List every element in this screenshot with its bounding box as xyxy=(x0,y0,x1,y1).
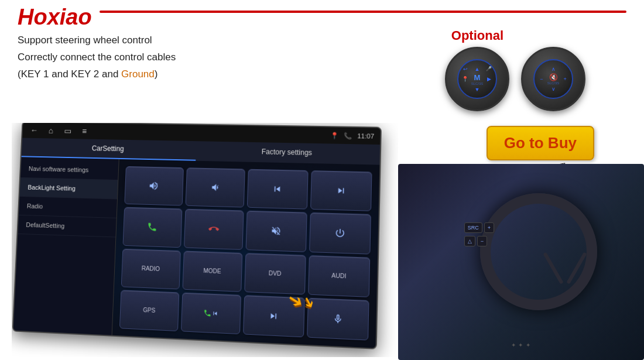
power-icon xyxy=(334,228,345,239)
sw-src-btn: SRC xyxy=(464,222,482,233)
sw-minus-btn: − xyxy=(477,236,487,246)
brand-logo: Hoxiao xyxy=(18,5,92,30)
location-icon: 📍 xyxy=(331,132,340,139)
optional-label: Optional xyxy=(451,28,503,43)
power-button[interactable] xyxy=(309,212,371,254)
ctrl2-minus: − xyxy=(540,76,543,82)
vol-up-button[interactable]: + xyxy=(124,166,183,206)
mute-button[interactable] xyxy=(246,211,307,252)
next-icon xyxy=(335,186,347,197)
sw-left-row2: △ − xyxy=(464,236,494,246)
right-panel: + - xyxy=(112,159,380,348)
next-track-icon xyxy=(268,310,279,321)
prev-button[interactable] xyxy=(247,169,308,210)
android-home-btn[interactable]: ⌂ xyxy=(44,124,57,137)
phone-icon: 📞 xyxy=(344,132,352,139)
ctrl-right-icon: ▶ xyxy=(487,76,491,82)
prev-icon xyxy=(272,184,283,195)
desc-line-2: Correctly connect the control cables xyxy=(18,49,176,66)
prev-call-skip-icon xyxy=(211,310,219,317)
hangup-button[interactable] xyxy=(184,209,244,250)
svg-text:+: + xyxy=(156,181,158,185)
sw-left-row1: SRC + xyxy=(464,222,494,233)
desc-line-3: (KEY 1 and KEY 2 and Ground) xyxy=(18,66,176,83)
controller-left: ↩ ▲ 🎤 📍 M SLC/3S ▶ ▼ xyxy=(445,47,509,111)
yellow-arrow-group: ➔ ➔ xyxy=(288,290,316,312)
mode-button[interactable]: MODE xyxy=(182,251,242,292)
android-back-btn[interactable]: ← xyxy=(28,124,41,137)
call-button[interactable] xyxy=(123,207,182,248)
audi-button[interactable]: AUDI xyxy=(308,255,371,297)
control-buttons-grid: + - xyxy=(119,166,372,341)
ctrl2-plus: + xyxy=(564,76,567,82)
clock: 11:07 xyxy=(357,132,374,140)
ctrl2-center: 🔇 SLC/3S xyxy=(547,73,560,85)
vol-down-button[interactable]: - xyxy=(185,167,245,208)
prev-call-icon xyxy=(203,308,212,317)
top-accent-line xyxy=(100,11,626,13)
next-button[interactable] xyxy=(310,170,372,211)
menu-radio[interactable]: Radio xyxy=(19,197,117,218)
description-block: Support steering wheel control Correctly… xyxy=(18,32,176,83)
ctrl2-up: ∧ xyxy=(551,66,556,72)
menu-navi[interactable]: Navi software settings xyxy=(20,159,119,180)
car-screen: ← ⌂ ▭ ≡ 📍 📞 11:07 CarSetting Factory set… xyxy=(12,123,382,349)
svg-text:-: - xyxy=(217,183,218,187)
controller-right: ∧ − 🔇 SLC/3S + ∨ xyxy=(521,47,585,111)
ctrl-mic-icon: 🎤 xyxy=(486,66,492,71)
ctrl-up-icon: ▲ xyxy=(475,66,480,72)
hangup-icon xyxy=(208,224,220,235)
steering-wheel-visual: SRC + △ − ✦ ✦ ✦ xyxy=(398,164,644,360)
steering-wheel-background: SRC + △ − ✦ ✦ ✦ xyxy=(398,164,644,360)
left-menu: Navi software settings BackLight Setting… xyxy=(13,157,119,335)
sw-left-controls: SRC + △ − xyxy=(464,222,494,246)
ctrl-down-icon: ▼ xyxy=(475,87,480,92)
steering-wheel-controllers: ↩ ▲ 🎤 📍 M SLC/3S ▶ ▼ ∧ − xyxy=(445,47,585,111)
sw-ring xyxy=(480,193,597,310)
ctrl-back-icon: ↩ xyxy=(463,66,468,72)
menu-default[interactable]: DefaultSetting xyxy=(18,215,116,238)
call-icon xyxy=(147,222,157,232)
desc-line-1: Support steering wheel control xyxy=(18,32,176,49)
android-recent-btn[interactable]: ▭ xyxy=(61,125,74,138)
car-screen-container: ← ⌂ ▭ ≡ 📍 📞 11:07 CarSetting Factory set… xyxy=(12,123,398,357)
ctrl-center-m: M SLC/3S xyxy=(471,73,484,85)
mute-icon xyxy=(270,226,282,237)
vol-up-icon: + xyxy=(149,181,159,191)
gps-button[interactable]: GPS xyxy=(119,290,179,331)
menu-backlight[interactable]: BackLight Setting xyxy=(19,178,118,200)
android-menu-btn[interactable]: ≡ xyxy=(78,125,91,138)
status-icons: 📍 📞 11:07 xyxy=(331,132,375,140)
radio-button[interactable]: RADIO xyxy=(121,248,181,289)
go-to-buy-button[interactable]: Go to Buy xyxy=(487,126,594,160)
mic-icon xyxy=(332,313,343,324)
sw-bottom-hint: ✦ ✦ ✦ xyxy=(511,342,532,348)
controller-right-inner: ∧ − 🔇 SLC/3S + ∨ xyxy=(533,59,573,99)
prev-call-button[interactable] xyxy=(180,292,241,334)
sw-triangle-btn: △ xyxy=(464,236,475,246)
ctrl2-down: ∨ xyxy=(551,86,556,92)
vol-down-icon: - xyxy=(210,182,221,193)
main-content: Navi software settings BackLight Setting… xyxy=(13,157,380,348)
ctrl-map-icon: 📍 xyxy=(462,76,468,82)
controller-left-inner: ↩ ▲ 🎤 📍 M SLC/3S ▶ ▼ xyxy=(457,59,497,99)
sw-plus-btn: + xyxy=(484,222,494,233)
